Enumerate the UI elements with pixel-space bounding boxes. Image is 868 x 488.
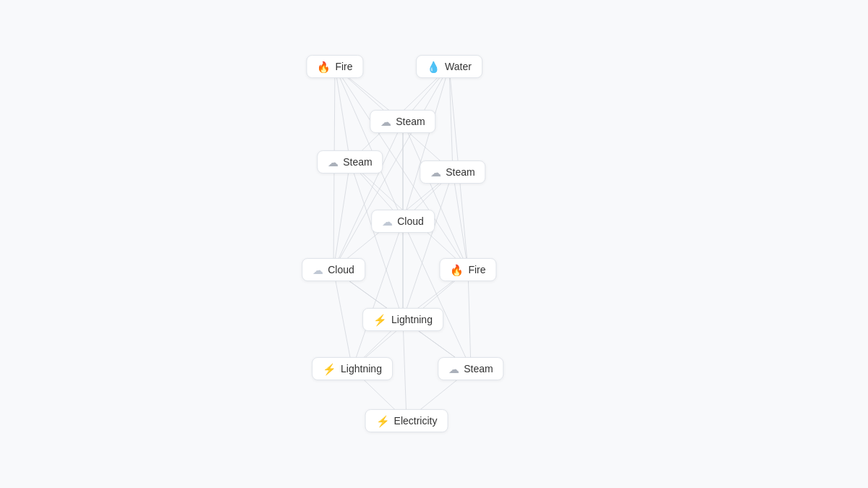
graph-container: 🔥Fire💧Water☁Steam☁Steam☁Steam☁Cloud☁Clou…	[0, 0, 868, 488]
node-icon-electricity1: ⚡	[376, 416, 390, 427]
node-label-water1: Water	[445, 61, 472, 72]
svg-line-35	[403, 320, 407, 421]
node-label-steam1: Steam	[396, 116, 425, 127]
node-water1[interactable]: 💧Water	[416, 55, 482, 78]
node-steam4[interactable]: ☁Steam	[438, 357, 503, 380]
node-label-cloud2: Cloud	[328, 264, 354, 275]
svg-line-3	[335, 67, 403, 221]
svg-line-1	[335, 67, 350, 162]
node-icon-cloud2: ☁	[312, 265, 323, 275]
svg-line-32	[468, 270, 471, 369]
svg-line-26	[403, 221, 471, 369]
node-icon-water1: 💧	[427, 61, 441, 72]
node-label-lightning2: Lightning	[341, 363, 382, 374]
node-icon-steam1: ☁	[380, 116, 391, 127]
node-label-lightning1: Lightning	[391, 314, 433, 325]
node-cloud2[interactable]: ☁Cloud	[302, 258, 365, 281]
node-label-steam4: Steam	[464, 363, 493, 374]
node-icon-steam3: ☁	[430, 167, 441, 178]
node-label-steam3: Steam	[446, 166, 475, 178]
node-icon-lightning1: ⚡	[373, 314, 387, 325]
node-icon-fire2: 🔥	[450, 265, 464, 275]
node-fire1[interactable]: 🔥Fire	[306, 55, 363, 78]
node-lightning2[interactable]: ⚡Lightning	[312, 357, 393, 380]
node-lightning1[interactable]: ⚡Lightning	[362, 308, 443, 331]
node-icon-cloud1: ☁	[382, 216, 393, 227]
svg-line-8	[449, 67, 453, 172]
svg-line-14	[403, 121, 468, 270]
svg-line-19	[350, 162, 403, 320]
svg-line-28	[333, 270, 352, 369]
svg-line-25	[352, 221, 403, 369]
node-label-fire2: Fire	[468, 264, 485, 275]
svg-line-22	[453, 172, 468, 270]
node-label-electricity1: Electricity	[394, 415, 438, 427]
node-cloud1[interactable]: ☁Cloud	[371, 210, 435, 233]
node-label-fire1: Fire	[335, 61, 352, 72]
svg-line-17	[333, 162, 350, 270]
node-fire2[interactable]: 🔥Fire	[439, 258, 496, 281]
node-steam3[interactable]: ☁Steam	[420, 160, 485, 184]
svg-line-23	[403, 172, 453, 320]
node-electricity1[interactable]: ⚡Electricity	[365, 409, 448, 432]
svg-line-9	[403, 67, 449, 221]
node-steam2[interactable]: ☁Steam	[317, 150, 383, 174]
node-label-steam2: Steam	[343, 156, 372, 168]
svg-line-13	[333, 121, 403, 270]
node-icon-fire1: 🔥	[317, 61, 331, 72]
node-icon-lightning2: ⚡	[323, 364, 336, 374]
node-label-cloud1: Cloud	[397, 215, 424, 227]
node-icon-steam2: ☁	[328, 157, 339, 168]
node-steam1[interactable]: ☁Steam	[370, 110, 435, 133]
node-icon-steam4: ☁	[448, 364, 459, 374]
